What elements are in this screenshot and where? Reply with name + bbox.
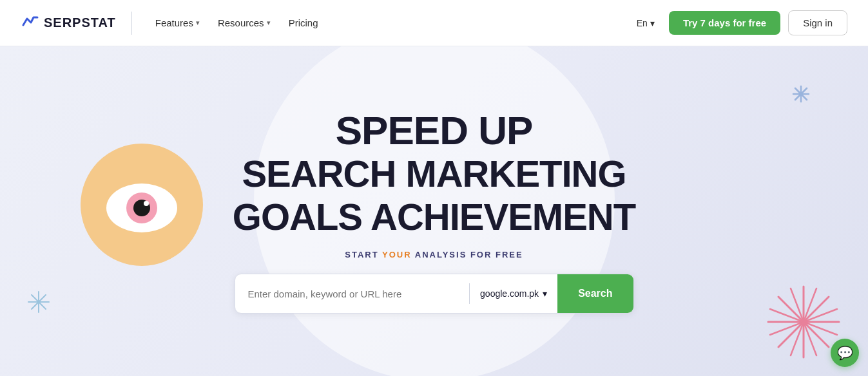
chevron-down-icon: ▾ xyxy=(650,18,655,28)
hero-title-line2: SEARCH MARKETING xyxy=(242,153,626,196)
hero-title-line3: GOALS ACHIEVEMENT xyxy=(233,196,635,239)
eye-illustration xyxy=(77,140,206,269)
chat-icon: 💬 xyxy=(837,345,853,361)
hero-content: SPEED UP SEARCH MARKETING GOALS ACHIEVEM… xyxy=(233,109,635,314)
nav-right: En ▾ Try 7 days for free Sign in xyxy=(630,10,847,35)
chevron-down-icon: ▾ xyxy=(543,288,547,299)
nav-pricing[interactable]: Pricing xyxy=(281,12,326,33)
hero-subtitle: START YOUR ANALYSIS FOR FREE xyxy=(345,250,523,259)
nav-links: Features ▾ Resources ▾ Pricing xyxy=(148,12,630,33)
logo-text: SERPSTAT xyxy=(44,15,116,30)
hero-section: SPEED UP SEARCH MARKETING GOALS ACHIEVEM… xyxy=(0,46,868,376)
search-input[interactable] xyxy=(235,288,470,299)
nav-resources[interactable]: Resources ▾ xyxy=(210,12,278,33)
cross-decoration xyxy=(792,85,810,107)
search-button[interactable]: Search xyxy=(557,274,633,313)
chevron-down-icon: ▾ xyxy=(196,19,200,27)
chat-bubble[interactable]: 💬 xyxy=(831,339,859,367)
nav-features[interactable]: Features ▾ xyxy=(148,12,207,33)
try-free-button[interactable]: Try 7 days for free xyxy=(669,11,780,35)
domain-selector[interactable]: google.com.pk ▾ xyxy=(470,288,557,299)
logo[interactable]: SERPSTAT xyxy=(21,12,116,34)
nav-divider xyxy=(131,12,132,35)
star-decoration-blue xyxy=(27,290,50,318)
language-selector[interactable]: En ▾ xyxy=(630,14,661,32)
navbar: SERPSTAT Features ▾ Resources ▾ Pricing … xyxy=(0,0,868,46)
logo-icon xyxy=(21,12,39,34)
search-bar: google.com.pk ▾ Search xyxy=(235,274,634,314)
svg-point-4 xyxy=(144,201,149,206)
hero-title-bold: SPEED UP xyxy=(336,109,533,153)
sign-in-button[interactable]: Sign in xyxy=(788,10,847,35)
chevron-down-icon: ▾ xyxy=(267,19,271,27)
domain-label: google.com.pk xyxy=(480,288,539,299)
